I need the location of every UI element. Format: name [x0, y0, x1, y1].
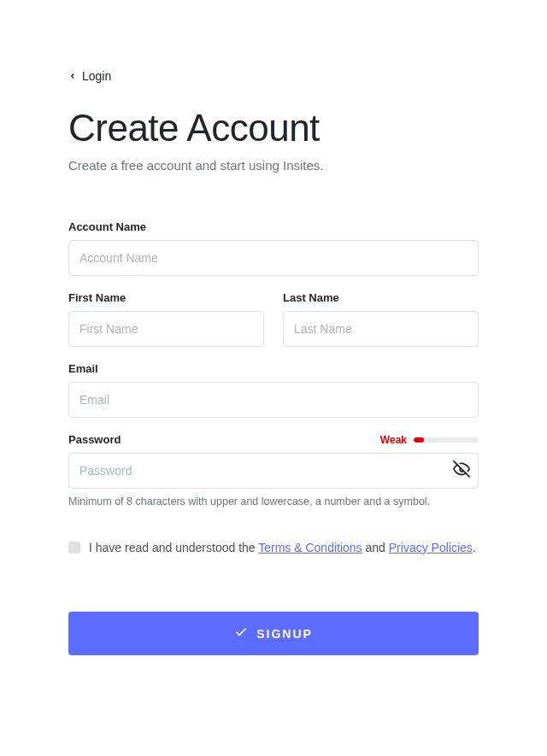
- first-name-label: First Name: [68, 291, 264, 304]
- page-title: Create Account: [68, 107, 479, 149]
- password-label: Password: [68, 433, 121, 446]
- last-name-label: Last Name: [283, 291, 479, 304]
- password-strength-bar: [414, 437, 479, 442]
- first-name-input[interactable]: [68, 311, 264, 347]
- terms-middle: and: [362, 541, 389, 554]
- chevron-left-icon: [68, 69, 77, 83]
- password-helper-text: Minimum of 8 characters with upper and l…: [68, 495, 479, 507]
- last-name-input[interactable]: [283, 311, 479, 347]
- check-icon: [234, 625, 248, 642]
- password-strength-label: Weak: [380, 434, 407, 446]
- account-name-input[interactable]: [68, 240, 479, 276]
- toggle-password-visibility-button[interactable]: [453, 460, 470, 481]
- back-link-label: Login: [82, 69, 111, 83]
- privacy-policies-link[interactable]: Privacy Policies: [389, 541, 473, 554]
- signup-button-label: SIGNUP: [256, 627, 313, 641]
- terms-conditions-link[interactable]: Terms & Conditions: [258, 541, 362, 554]
- signup-button[interactable]: SIGNUP: [68, 612, 479, 655]
- eye-off-icon: [453, 460, 470, 481]
- terms-prefix: I have read and understood the: [89, 541, 258, 554]
- terms-text: I have read and understood the Terms & C…: [89, 538, 476, 557]
- password-strength-fill: [414, 437, 424, 442]
- back-to-login-link[interactable]: Login: [68, 69, 111, 83]
- terms-suffix: .: [473, 541, 476, 554]
- account-name-label: Account Name: [68, 220, 479, 233]
- page-subtitle: Create a free account and start using In…: [68, 158, 479, 173]
- email-input[interactable]: [68, 382, 479, 418]
- terms-checkbox[interactable]: [68, 542, 80, 554]
- password-input[interactable]: [68, 453, 479, 489]
- email-label: Email: [68, 362, 479, 375]
- password-strength-indicator: Weak: [380, 434, 479, 446]
